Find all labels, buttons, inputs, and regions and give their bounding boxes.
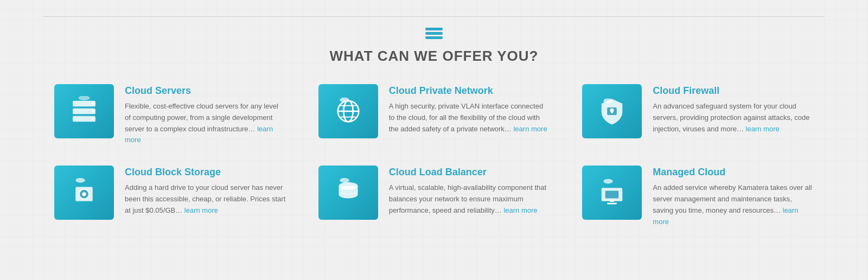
feature-item-cloud-load-balancer: Cloud Load BalancerA virtual, scalable, … xyxy=(318,166,550,227)
cloud-load-balancer-desc: A virtual, scalable, high-availability c… xyxy=(389,182,550,216)
svg-point-5 xyxy=(92,118,94,120)
cloud-load-balancer-text: Cloud Load BalancerA virtual, scalable, … xyxy=(389,166,550,216)
cloud-firewall-learn-more-link[interactable]: learn more xyxy=(746,125,780,133)
features-grid: Cloud ServersFlexible, cost-effective cl… xyxy=(54,84,814,227)
cloud-private-network-text: Cloud Private NetworkA high security, pr… xyxy=(389,84,550,135)
cloud-block-storage-text: Cloud Block StorageAdding a hard drive t… xyxy=(125,166,286,216)
feature-item-cloud-private-network: Cloud Private NetworkA high security, pr… xyxy=(318,84,550,146)
cloud-firewall-text: Cloud FirewallAn advanced safeguard syst… xyxy=(653,84,814,135)
feature-item-managed-cloud: Managed CloudAn added service whereby Ka… xyxy=(582,166,814,227)
managed-cloud-title: Managed Cloud xyxy=(653,167,814,178)
cloud-load-balancer-learn-more-link[interactable]: learn more xyxy=(503,206,537,214)
cloud-firewall-desc: An advanced safeguard system for your cl… xyxy=(653,101,814,135)
cloud-servers-title: Cloud Servers xyxy=(125,85,286,97)
svg-point-4 xyxy=(92,110,94,112)
svg-point-19 xyxy=(82,192,86,196)
cloud-firewall-icon-box xyxy=(582,84,642,138)
cloud-private-network-learn-more-link[interactable]: learn more xyxy=(513,125,547,133)
cloud-servers-icon-box xyxy=(54,84,114,138)
svg-point-12 xyxy=(340,98,349,103)
cloud-block-storage-title: Cloud Block Storage xyxy=(125,167,286,178)
section-icon xyxy=(425,28,443,39)
svg-point-27 xyxy=(604,179,614,184)
svg-point-16 xyxy=(604,98,614,103)
svg-point-3 xyxy=(92,103,94,105)
feature-item-cloud-block-storage: Cloud Block StorageAdding a hard drive t… xyxy=(54,166,286,227)
cloud-load-balancer-title: Cloud Load Balancer xyxy=(389,167,550,178)
svg-point-20 xyxy=(75,178,85,183)
cloud-load-balancer-icon-box xyxy=(318,166,378,220)
managed-cloud-icon-box xyxy=(582,166,642,220)
svg-point-6 xyxy=(79,96,90,100)
top-divider xyxy=(43,16,825,17)
cloud-firewall-title: Cloud Firewall xyxy=(653,85,814,97)
cloud-servers-learn-more-link[interactable]: learn more xyxy=(125,125,273,144)
svg-rect-15 xyxy=(611,110,614,113)
cloud-private-network-desc: A high security, private VLAN interface … xyxy=(389,101,550,135)
cloud-block-storage-learn-more-link[interactable]: learn more xyxy=(184,206,218,214)
cloud-block-storage-icon-box xyxy=(54,166,114,220)
feature-item-cloud-firewall: Cloud FirewallAn advanced safeguard syst… xyxy=(582,84,814,146)
cloud-private-network-icon-box xyxy=(318,84,378,138)
page-container: WHAT CAN WE OFFER YOU? Cloud ServersFlex… xyxy=(0,0,868,280)
cloud-block-storage-desc: Adding a hard drive to your cloud server… xyxy=(125,182,286,216)
managed-cloud-text: Managed CloudAn added service whereby Ka… xyxy=(653,166,814,227)
managed-cloud-desc: An added service whereby Kamatera takes … xyxy=(653,182,814,227)
managed-cloud-learn-more-link[interactable]: learn more xyxy=(653,206,798,226)
svg-rect-24 xyxy=(605,191,619,199)
svg-point-22 xyxy=(340,178,349,183)
section-title: WHAT CAN WE OFFER YOU? xyxy=(329,48,538,65)
feature-item-cloud-servers: Cloud ServersFlexible, cost-effective cl… xyxy=(54,84,286,146)
cloud-servers-text: Cloud ServersFlexible, cost-effective cl… xyxy=(125,84,286,146)
cloud-private-network-title: Cloud Private Network xyxy=(389,85,550,97)
cloud-servers-desc: Flexible, cost-effective cloud servers f… xyxy=(125,101,286,146)
